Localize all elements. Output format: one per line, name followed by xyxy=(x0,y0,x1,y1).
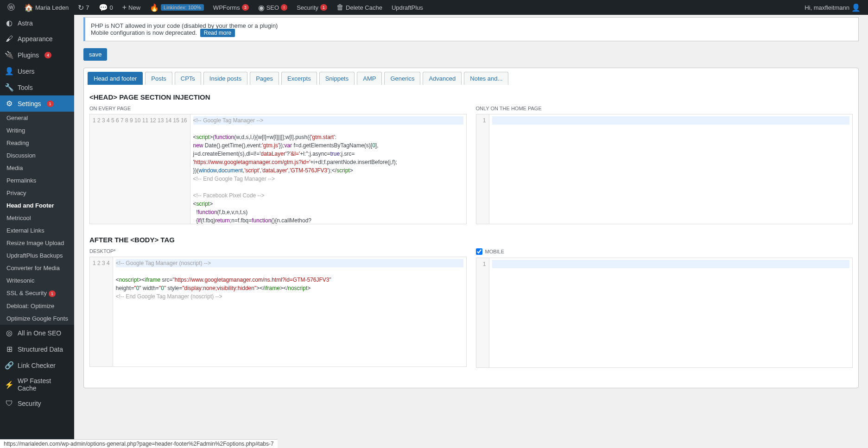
editor-body-mobile[interactable]: 1 xyxy=(476,258,853,368)
wp-fastest-cache-icon: ⚡ xyxy=(5,380,14,389)
structured-data-icon: ⊞ xyxy=(5,345,14,353)
trash-icon: 🗑 xyxy=(336,3,344,12)
plus-icon: + xyxy=(122,3,127,12)
plugins-icon: 🔌 xyxy=(5,50,14,59)
linkindex[interactable]: 🔥Linkindex: 100% xyxy=(146,0,208,15)
astra-icon: ◐ xyxy=(5,19,14,27)
submenu-debloat-optimize[interactable]: Debloat: Optimize xyxy=(0,300,74,312)
home-icon: 🏠 xyxy=(24,3,33,12)
section-body-title: AFTER THE <BODY> TAG xyxy=(89,236,853,244)
seo-link[interactable]: ◉SEO! xyxy=(254,0,291,15)
user-greeting[interactable]: Hi, maxfleitmann👤 xyxy=(801,0,864,15)
admin-sidebar: ◐Astra🖌Appearance🔌Plugins4👤Users🔧Tools⚙S… xyxy=(0,15,74,448)
admin-toolbar: ⓦ 🏠Maria Leden ↻7 💬0 +New 🔥Linkindex: 10… xyxy=(0,0,868,15)
section-head-title: <HEAD> PAGE SECTION INJECTION xyxy=(89,93,853,101)
submenu-optimize-google-fonts[interactable]: Optimize Google Fonts xyxy=(0,312,74,325)
badge: 1 xyxy=(49,290,56,297)
users-icon: 👤 xyxy=(5,67,14,76)
submenu-resize-image-upload[interactable]: Resize Image Upload xyxy=(0,237,74,249)
tab-advanced[interactable]: Advanced xyxy=(423,72,462,85)
submenu-reading[interactable]: Reading xyxy=(0,137,74,149)
submenu-writing[interactable]: Writing xyxy=(0,124,74,137)
wpforms-link[interactable]: WPForms3 xyxy=(209,0,253,15)
label-only-home: ONLY ON THE HOME PAGE xyxy=(476,106,853,111)
tab-notes-and-[interactable]: Notes and... xyxy=(464,72,508,85)
submenu-writesonic[interactable]: Writesonic xyxy=(0,274,74,287)
tab-cpts[interactable]: CPTs xyxy=(175,72,201,85)
badge: 1 xyxy=(47,101,54,107)
submenu-general[interactable]: General xyxy=(0,112,74,124)
menu-item-wp-fastest-cache[interactable]: ⚡WP Fastest Cache xyxy=(0,373,74,396)
main-content: PHP is NOT allowed in your code (disable… xyxy=(74,15,868,448)
editor-head-home[interactable]: 1 xyxy=(476,114,853,224)
submenu-permalinks[interactable]: Permalinks xyxy=(0,174,74,187)
tools-icon: 🔧 xyxy=(5,83,14,92)
submenu-updraftplus-backups[interactable]: UpdraftPlus Backups xyxy=(0,249,74,262)
label-mobile: MOBILE xyxy=(476,248,853,255)
menu-item-appearance[interactable]: 🖌Appearance xyxy=(0,31,74,47)
new-content-link[interactable]: +New xyxy=(119,0,144,15)
menu-item-astra[interactable]: ◐Astra xyxy=(0,15,74,31)
updates-count: 7 xyxy=(86,4,89,11)
menu-item-plugins[interactable]: 🔌Plugins4 xyxy=(0,47,74,63)
comments-link[interactable]: 💬0 xyxy=(95,0,117,15)
flame-icon: 🔥 xyxy=(150,3,159,12)
tab-amp[interactable]: AMP xyxy=(357,72,382,85)
menu-item-all-in-one-seo[interactable]: ◎All in One SEO xyxy=(0,325,74,341)
read-more-button[interactable]: Read more xyxy=(200,29,235,37)
security-top-link[interactable]: Security1 xyxy=(293,0,331,15)
site-name-link[interactable]: 🏠Maria Leden xyxy=(20,0,72,15)
submenu-head-and-footer[interactable]: Head and Footer xyxy=(0,199,74,212)
menu-item-structured-data[interactable]: ⊞Structured Data xyxy=(0,341,74,357)
tab-generics[interactable]: Generics xyxy=(384,72,420,85)
updates-link[interactable]: ↻7 xyxy=(74,0,93,15)
editor-head-every[interactable]: 1 2 3 4 5 6 7 8 9 10 11 12 13 14 15 16 <… xyxy=(89,114,467,224)
comments-count: 0 xyxy=(110,4,113,11)
settings-icon: ⚙ xyxy=(5,99,14,108)
comment-icon: 💬 xyxy=(99,3,108,12)
tab-inside-posts[interactable]: Inside posts xyxy=(203,72,247,85)
tab-excerpts[interactable]: Excerpts xyxy=(281,72,317,85)
tab-snippets[interactable]: Snippets xyxy=(319,72,355,85)
delete-cache-link[interactable]: 🗑Delete Cache xyxy=(333,0,386,15)
wpforms-badge: 3 xyxy=(242,4,249,11)
submenu-converter-for-media[interactable]: Converter for Media xyxy=(0,262,74,274)
security-badge: 1 xyxy=(320,4,327,11)
new-label: New xyxy=(128,4,140,11)
submenu-media[interactable]: Media xyxy=(0,162,74,174)
editor-body-desktop[interactable]: 1 2 3 4 <!-- Google Tag Manager (noscrip… xyxy=(89,257,467,367)
security-icon: 🛡 xyxy=(5,399,14,408)
submenu-ssl-security[interactable]: SSL & Security1 xyxy=(0,287,74,300)
seo-icon: ◉ xyxy=(258,3,265,12)
tab-head-and-footer[interactable]: Head and footer xyxy=(88,72,143,85)
menu-item-tools[interactable]: 🔧Tools xyxy=(0,79,74,95)
settings-panel: Head and footerPostsCPTsInside postsPage… xyxy=(83,68,859,388)
submenu-discussion[interactable]: Discussion xyxy=(0,149,74,162)
wordpress-icon: ⓦ xyxy=(7,3,15,13)
tab-row: Head and footerPostsCPTsInside postsPage… xyxy=(84,68,858,85)
tab-posts[interactable]: Posts xyxy=(145,72,172,85)
notice-line1: PHP is NOT allowed in your code (disable… xyxy=(91,22,853,29)
submenu-external-links[interactable]: External Links xyxy=(0,224,74,237)
submenu-privacy[interactable]: Privacy xyxy=(0,187,74,199)
menu-item-security[interactable]: 🛡Security xyxy=(0,396,74,411)
menu-item-settings[interactable]: ⚙Settings1 xyxy=(0,95,74,112)
status-url: https://marialeden.com/wp-admin/options-… xyxy=(0,439,278,448)
avatar-icon: 👤 xyxy=(851,3,861,12)
notice-box: PHP is NOT allowed in your code (disable… xyxy=(83,17,859,41)
menu-item-link-checker[interactable]: 🔗Link Checker xyxy=(0,357,74,373)
site-name-text: Maria Leden xyxy=(35,4,69,11)
save-button[interactable]: save xyxy=(83,48,107,61)
tab-pages[interactable]: Pages xyxy=(250,72,279,85)
mobile-checkbox[interactable] xyxy=(476,248,482,255)
all-in-one-seo-icon: ◎ xyxy=(5,328,14,337)
badge: 4 xyxy=(44,52,51,58)
notice-line2: Mobile configuration is now deprecated. xyxy=(91,29,197,36)
update-icon: ↻ xyxy=(78,3,84,12)
submenu-metricool[interactable]: Metricool xyxy=(0,212,74,224)
menu-item-users[interactable]: 👤Users xyxy=(0,63,74,79)
updraft-link[interactable]: UpdraftPlus xyxy=(388,0,427,15)
link-checker-icon: 🔗 xyxy=(5,361,14,370)
seo-badge: ! xyxy=(281,4,287,11)
wp-logo[interactable]: ⓦ xyxy=(4,0,19,15)
